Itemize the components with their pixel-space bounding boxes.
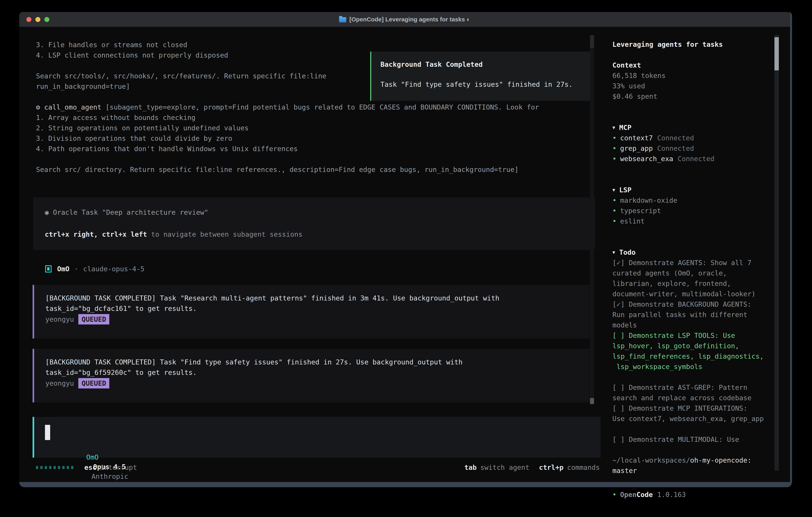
window-title-text: [OpenCode] Leveraging agents for tasks ◐ xyxy=(349,16,470,23)
chevron-down-icon: ▼ xyxy=(612,123,619,133)
lsp-item: •eslint xyxy=(603,216,764,226)
session-sidebar: Leveraging agents for tasks Context 66,5… xyxy=(603,27,790,482)
todo-line-active: lsp_workspace_symbols xyxy=(603,361,764,372)
mcp-section-header: ▼MCP xyxy=(603,123,764,133)
session-title: Leveraging agents for tasks xyxy=(603,39,764,50)
commands-key-label: commands xyxy=(567,463,600,471)
terminal-line: 2. String operations on potentially unde… xyxy=(36,123,539,133)
git-branch: master xyxy=(603,465,764,476)
sidebar-scrollbar[interactable] xyxy=(775,35,779,471)
todo-line: Run parallel tasks with different xyxy=(603,309,764,320)
todo-line: curated agents (OmO, oracle, xyxy=(603,268,764,278)
prompt-input[interactable]: OmO Opus 4.5 Anthropic xyxy=(33,417,601,458)
task-user: yeongyu xyxy=(46,379,74,387)
zoom-button[interactable] xyxy=(45,17,49,22)
todo-line-active: lsp_hover, lsp_goto_definition, xyxy=(603,341,764,351)
lsp-item: •markdown-oxide xyxy=(603,195,764,206)
lsp-item: •typescript xyxy=(603,206,764,216)
traffic-lights xyxy=(26,12,49,27)
terminal-line: 3. File handles or streams not closed xyxy=(36,39,539,50)
tab-key-hint: tab xyxy=(464,463,476,471)
sidebar-scrollbar-thumb[interactable] xyxy=(775,37,779,71)
omo-agent-icon xyxy=(45,265,52,272)
bullet-icon: • xyxy=(612,217,616,225)
oracle-task-panel: ◉ Oracle Task "Deep architecture review"… xyxy=(33,197,595,250)
nav-keys: ctrl+x right, ctrl+x left xyxy=(45,230,147,238)
context-used: 33% used xyxy=(603,81,764,91)
bullet-icon: • xyxy=(612,134,616,142)
task-message-line: task_id="bg_dcfac161" to get results. xyxy=(46,303,590,314)
todo-line: [ ] Demonstrate MULTIMODAL: Use xyxy=(603,434,764,445)
context-tokens: 66,518 tokens xyxy=(603,71,764,81)
task-message-line: [BACKGROUND TASK COMPLETED] Task "Resear… xyxy=(46,293,590,303)
agent-session-header: OmO · claude-opus-4-5 xyxy=(45,264,144,274)
toast-title: Background Task Completed xyxy=(380,60,582,69)
chat-scrollbar-thumb[interactable] xyxy=(590,398,594,404)
todo-line: search and replace across codebase xyxy=(603,393,764,403)
input-provider-name: Anthropic xyxy=(91,472,128,481)
close-button[interactable] xyxy=(26,17,31,22)
bullet-icon: • xyxy=(612,491,616,498)
todo-line-active: lsp_find_references, lsp_diagnostics, xyxy=(603,351,764,361)
queued-badge: QUEUED xyxy=(78,314,109,324)
tool-call-name: call_omo_agent xyxy=(44,103,102,111)
folder-icon xyxy=(339,17,346,22)
chat-scrollbar[interactable] xyxy=(590,35,594,404)
chat-main-area: 3. File handles or streams not closed 4.… xyxy=(19,27,603,482)
terminal-line: Search src/ directory. Return specific f… xyxy=(36,164,539,175)
mcp-item: •grep_appConnected xyxy=(603,143,764,154)
version-line: •OpenCode1.0.163 xyxy=(603,489,764,500)
oracle-icon: ◉ xyxy=(45,208,49,216)
terminal-line: 4. Path operations that don't handle Win… xyxy=(36,143,539,154)
separator-dot: · xyxy=(74,265,78,273)
window-title: [OpenCode] Leveraging agents for tasks ◐ xyxy=(339,16,470,23)
bullet-icon: • xyxy=(612,144,616,152)
todo-line: Use context7, websearch_exa, grep_app xyxy=(603,413,764,424)
tool-call-line: ⚙ call_omo_agent [subagent_type=explore,… xyxy=(36,102,539,112)
task-user: yeongyu xyxy=(46,315,74,323)
tab-key-label: switch agent xyxy=(480,463,529,471)
todo-line: models xyxy=(603,320,764,330)
esc-key-hint: esc xyxy=(84,463,96,471)
toast-body: Task "Find type safety issues" finished … xyxy=(380,80,582,89)
mcp-item: •context7Connected xyxy=(603,133,764,143)
subagent-nav-hint: ctrl+x right, ctrl+x left to navigate be… xyxy=(45,229,583,239)
task-message: [BACKGROUND TASK COMPLETED] Task "Resear… xyxy=(33,285,590,338)
task-message-line: task_id="bg_6f59260c" to get results. xyxy=(46,367,590,378)
background-task-toast: Background Task Completed Task "Find typ… xyxy=(370,52,592,101)
queued-badge: QUEUED xyxy=(78,378,109,388)
bullet-icon: • xyxy=(612,196,616,204)
minimize-button[interactable] xyxy=(35,17,40,22)
context-heading: Context xyxy=(603,60,764,71)
todo-line-active: [ ] Demonstrate LSP TOOLS: Use xyxy=(603,330,764,341)
todo-line: [ ] Demonstrate AST-GREP: Pattern xyxy=(603,382,764,393)
task-message-line: [BACKGROUND TASK COMPLETED] Task "Find t… xyxy=(46,357,590,367)
todo-line: [✓] Demonstrate BACKGROUND AGENTS: xyxy=(603,299,764,309)
agent-name: OmO xyxy=(57,265,69,273)
todo-line: document-writer, multimodal-looker) xyxy=(603,289,764,299)
task-message: [BACKGROUND TASK COMPLETED] Task "Find t… xyxy=(33,349,590,403)
terminal-line: 1. Array access without bounds checking xyxy=(36,112,539,123)
chevron-down-icon: ▼ xyxy=(612,185,619,195)
input-agent-name: OmO xyxy=(86,453,98,461)
commands-key-hint: ctrl+p xyxy=(539,463,563,471)
todo-section-header: ▼Todo xyxy=(603,247,764,257)
terminal-line: 3. Division operations that could divide… xyxy=(36,133,539,143)
bullet-icon: • xyxy=(612,155,616,163)
tool-call-args: [subagent_type=explore, prompt=Find pote… xyxy=(102,103,539,111)
opencode-window: [OpenCode] Leveraging agents for tasks ◐… xyxy=(19,12,792,487)
lsp-section-header: ▼LSP xyxy=(603,185,764,195)
nav-keys-label: to navigate between subagent sessions xyxy=(147,230,302,238)
activity-indicator xyxy=(36,466,76,469)
mcp-item: •websearch_exaConnected xyxy=(603,154,764,164)
oracle-task-line: ◉ Oracle Task "Deep architecture review" xyxy=(45,208,583,217)
bullet-icon: • xyxy=(612,207,616,215)
agent-model: claude-opus-4-5 xyxy=(83,265,144,273)
window-titlebar: [OpenCode] Leveraging agents for tasks ◐ xyxy=(19,12,790,27)
input-footer: OmO Opus 4.5 Anthropic xyxy=(46,443,128,453)
status-bar: esc interrupt tab switch agent ctrl+p co… xyxy=(36,462,600,472)
chevron-down-icon: ▼ xyxy=(612,247,619,257)
oracle-task-text: Oracle Task "Deep architecture review" xyxy=(49,208,208,216)
gear-icon: ⚙ xyxy=(36,103,40,111)
todo-line: librarian, explore, frontend, xyxy=(603,278,764,289)
